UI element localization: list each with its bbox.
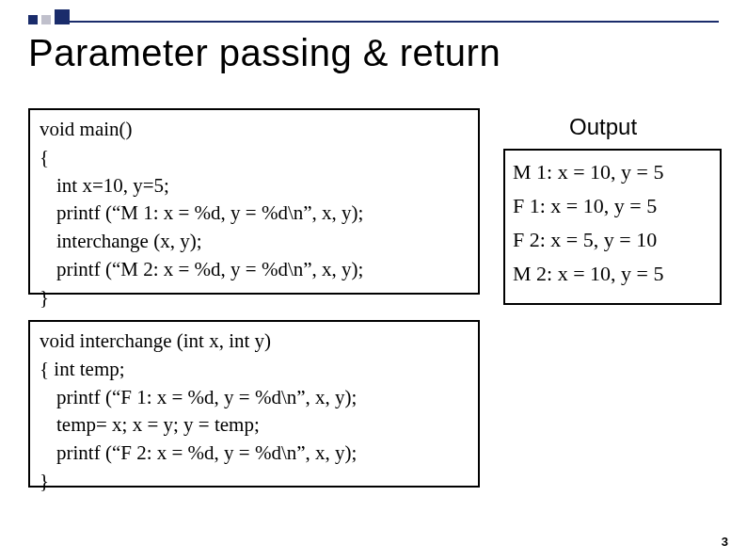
code-line: temp= x; x = y; y = temp; bbox=[40, 411, 469, 440]
code-box-interchange: void interchange (int x, int y) { int te… bbox=[28, 320, 480, 488]
code-line: } bbox=[40, 468, 469, 496]
page-number: 3 bbox=[722, 535, 728, 549]
code-line: printf (“F 2: x = %d, y = %d\n”, x, y); bbox=[40, 440, 469, 468]
code-line: { bbox=[40, 144, 469, 172]
output-line: F 2: x = 5, y = 10 bbox=[513, 228, 712, 252]
code-line: interchange (x, y); bbox=[40, 228, 469, 256]
output-box: M 1: x = 10, y = 5 F 1: x = 10, y = 5 F … bbox=[503, 149, 722, 305]
code-line: printf (“M 2: x = %d, y = %d\n”, x, y); bbox=[40, 256, 469, 284]
slide-title: Parameter passing & return bbox=[28, 32, 501, 74]
deco-square bbox=[41, 15, 51, 24]
code-line: printf (“M 1: x = %d, y = %d\n”, x, y); bbox=[40, 200, 469, 228]
code-line: int x=10, y=5; bbox=[40, 172, 469, 200]
deco-square bbox=[28, 15, 38, 24]
output-label: Output bbox=[569, 114, 637, 140]
code-line: printf (“F 1: x = %d, y = %d\n”, x, y); bbox=[40, 384, 469, 412]
code-line: void interchange (int x, int y) bbox=[40, 328, 469, 356]
code-line: { int temp; bbox=[40, 356, 469, 384]
code-box-main: void main() { int x=10, y=5; printf (“M … bbox=[28, 108, 480, 295]
output-line: M 2: x = 10, y = 5 bbox=[513, 262, 712, 286]
code-line: } bbox=[40, 284, 469, 312]
code-line: void main() bbox=[40, 116, 469, 144]
output-line: M 1: x = 10, y = 5 bbox=[513, 160, 712, 184]
output-line: F 1: x = 10, y = 5 bbox=[513, 194, 712, 218]
deco-line bbox=[60, 21, 719, 23]
